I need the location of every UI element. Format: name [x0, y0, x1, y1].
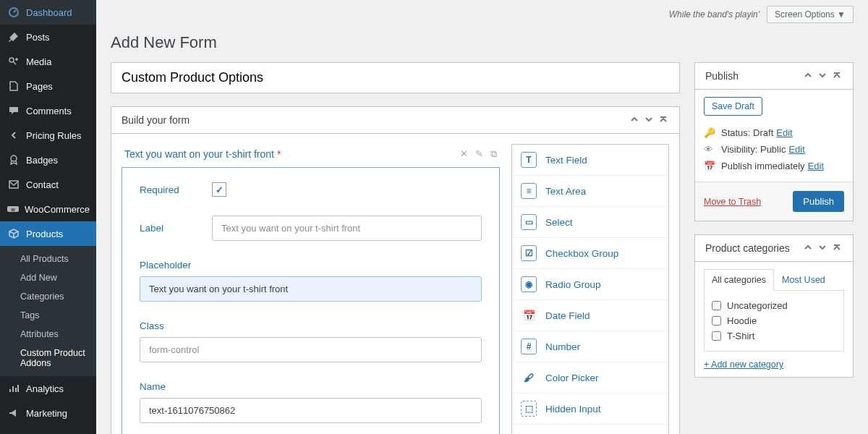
- sidebar-label: Contact: [26, 179, 59, 190]
- submenu-attributes[interactable]: Attributes: [0, 325, 96, 344]
- add-new-category-link[interactable]: + Add new category: [704, 359, 783, 370]
- hidden-icon: ⬚: [521, 401, 537, 417]
- sidebar-item-contact[interactable]: Contact: [0, 172, 96, 197]
- required-checkbox[interactable]: ✓: [212, 182, 226, 197]
- screen-options-button[interactable]: Screen Options ▼: [767, 6, 854, 23]
- palette-date-field[interactable]: 📅Date Field: [512, 300, 668, 331]
- chevron-up-icon[interactable]: [804, 71, 814, 81]
- eye-icon: 👁: [704, 144, 717, 155]
- collapse-up-icon[interactable]: [833, 243, 843, 253]
- calendar-icon: 📅: [521, 307, 537, 323]
- submenu-add-new[interactable]: Add New: [0, 268, 96, 287]
- sidebar-item-media[interactable]: Media: [0, 49, 96, 74]
- chevron-up-icon[interactable]: [630, 115, 640, 125]
- submenu-custom-product-addons[interactable]: Custom Product Addons: [0, 344, 96, 373]
- move-to-trash-link[interactable]: Move to Trash: [704, 197, 761, 207]
- marketing-icon: [7, 407, 20, 420]
- publish-button[interactable]: Publish: [793, 191, 844, 212]
- form-title-input[interactable]: [111, 62, 680, 93]
- tab-all-categories[interactable]: All categories: [704, 269, 774, 291]
- sidebar-item-marketing[interactable]: Marketing: [0, 401, 96, 425]
- chevron-down-icon[interactable]: [818, 71, 828, 81]
- class-label: Class: [140, 320, 212, 331]
- palette-paragraph[interactable]: ¶Paragraph: [512, 425, 668, 434]
- select-icon: ▭: [521, 214, 537, 230]
- palette-select[interactable]: ▭Select: [512, 207, 668, 238]
- sidebar-label: Comments: [26, 106, 72, 116]
- sidebar-label: Pages: [26, 81, 53, 92]
- publish-metabox: Publish Save Draft 🔑 Status:: [694, 62, 854, 221]
- palette-text-area[interactable]: ≡Text Area: [512, 176, 668, 207]
- edit-schedule-link[interactable]: Edit: [808, 161, 824, 171]
- woo-icon: W: [7, 203, 19, 216]
- placeholder-input[interactable]: [140, 276, 482, 302]
- schedule-value: immediately: [754, 161, 804, 171]
- sidebar-item-dashboard[interactable]: Dashboard: [0, 0, 96, 25]
- category-checkbox[interactable]: [712, 331, 721, 341]
- chevron-up-icon[interactable]: [804, 243, 814, 253]
- category-list: Uncategorized Hoodie T-Shirt: [704, 291, 844, 352]
- copy-icon[interactable]: ⧉: [490, 148, 497, 160]
- brush-icon: 🖌: [521, 370, 537, 386]
- edit-status-link[interactable]: Edit: [776, 127, 792, 138]
- edit-icon[interactable]: ✎: [475, 148, 483, 160]
- field-palette: TText Field ≡Text Area ▭Select ☑Checkbox…: [511, 144, 669, 434]
- tab-most-used[interactable]: Most Used: [774, 269, 833, 290]
- page-icon: [7, 80, 20, 93]
- edit-visibility-link[interactable]: Edit: [788, 144, 804, 155]
- sidebar-item-posts[interactable]: Posts: [0, 25, 96, 49]
- sidebar-item-analytics[interactable]: Analytics: [0, 376, 96, 401]
- badge-icon: [7, 153, 20, 166]
- sidebar-item-products[interactable]: Products: [0, 221, 96, 246]
- palette-color-picker[interactable]: 🖌Color Picker: [512, 362, 668, 393]
- page-title: Add New Form: [111, 33, 854, 52]
- radio-icon: ◉: [521, 276, 537, 292]
- palette-text-field[interactable]: TText Field: [512, 145, 668, 176]
- save-draft-button[interactable]: Save Draft: [704, 97, 762, 116]
- palette-number[interactable]: #Number: [512, 331, 668, 362]
- field-block: Text you want on your t-shirt front * ✕ …: [122, 144, 500, 434]
- palette-checkbox-group[interactable]: ☑Checkbox Group: [512, 238, 668, 269]
- chevron-down-icon[interactable]: [818, 243, 828, 253]
- sidebar-item-badges[interactable]: Badges: [0, 148, 96, 172]
- sidebar-label: Dashboard: [26, 7, 72, 18]
- collapse-up-icon[interactable]: [833, 71, 843, 81]
- chevron-left-icon: [7, 129, 20, 142]
- palette-radio-group[interactable]: ◉Radio Group: [512, 269, 668, 300]
- number-icon: #: [521, 339, 537, 354]
- sidebar-item-comments[interactable]: Comments: [0, 98, 96, 123]
- sidebar-label: WooCommerce: [25, 204, 90, 215]
- class-input[interactable]: [140, 337, 482, 362]
- name-label: Name: [140, 381, 212, 392]
- sidebar-item-woocommerce[interactable]: W WooCommerce: [0, 197, 96, 221]
- media-icon: [7, 55, 20, 68]
- required-label: Required: [140, 184, 212, 195]
- category-checkbox[interactable]: [712, 301, 721, 310]
- category-label: Hoodie: [727, 315, 757, 326]
- svg-rect-3: [9, 181, 18, 188]
- name-input[interactable]: [140, 398, 482, 423]
- checkbox-icon: ☑: [521, 245, 537, 261]
- submenu-all-products[interactable]: All Products: [0, 250, 96, 268]
- howdy-text: While the band's playin': [669, 9, 760, 20]
- schedule-label: Publish: [721, 161, 752, 171]
- sidebar-label: Media: [26, 56, 51, 67]
- topbar: While the band's playin' Screen Options …: [111, 0, 854, 29]
- sidebar-label: Products: [26, 229, 63, 239]
- submenu-categories[interactable]: Categories: [0, 287, 96, 306]
- close-icon[interactable]: ✕: [460, 148, 468, 160]
- category-label: Uncategorized: [727, 300, 788, 311]
- sidebar-item-pricing-rules[interactable]: Pricing Rules: [0, 123, 96, 148]
- dashboard-icon: [7, 6, 20, 19]
- sidebar-item-pages[interactable]: Pages: [0, 74, 96, 98]
- products-icon: [7, 227, 20, 240]
- category-checkbox[interactable]: [712, 316, 721, 326]
- svg-point-2: [11, 156, 17, 161]
- chevron-down-icon[interactable]: [644, 115, 655, 125]
- categories-metabox: Product categories All categories Most U…: [694, 234, 854, 378]
- collapse-up-icon[interactable]: [659, 115, 669, 125]
- sidebar-label: Marketing: [26, 408, 67, 419]
- label-input[interactable]: [212, 216, 482, 241]
- palette-hidden-input[interactable]: ⬚Hidden Input: [512, 393, 668, 425]
- submenu-tags[interactable]: Tags: [0, 306, 96, 325]
